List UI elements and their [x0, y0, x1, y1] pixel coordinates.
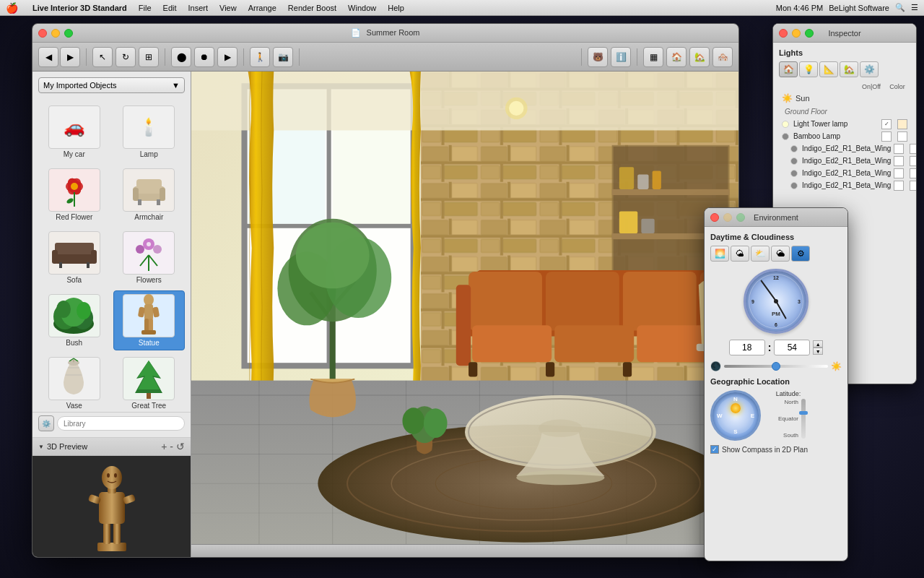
env-btn-overcast[interactable]: 🌥 — [771, 246, 790, 262]
inspector-lights-btn-3[interactable]: 📐 — [819, 61, 838, 77]
inspector-close-btn[interactable] — [779, 29, 788, 38]
preview-zoom-out-btn[interactable]: - — [170, 441, 173, 452]
apple-menu[interactable]: 🍎 — [6, 2, 18, 14]
toolbar-house-btn[interactable]: 🏘️ — [712, 47, 733, 67]
object-thumb-lamp: 🕯️ — [123, 105, 175, 149]
menu-window[interactable]: Window — [348, 4, 376, 12]
inspector-max-btn[interactable] — [805, 29, 814, 38]
window-close-button[interactable] — [38, 29, 47, 38]
toolbar-record-btn[interactable]: ⏺ — [194, 47, 214, 67]
toolbar-play-btn[interactable]: ▶ — [217, 47, 237, 67]
svg-point-53 — [107, 473, 110, 478]
object-item-vase[interactable]: Vase — [38, 353, 110, 412]
toolbar-render-btn[interactable]: 🏡 — [689, 47, 710, 67]
window-minimize-button[interactable] — [51, 29, 60, 38]
light-6-color[interactable] — [910, 181, 916, 191]
toolbar-circle-btn[interactable]: ⬤ — [171, 47, 191, 67]
light-4-color[interactable] — [910, 156, 916, 166]
light-4-onoff[interactable] — [894, 156, 904, 166]
light-3-color[interactable] — [910, 144, 916, 154]
object-thumb-statue — [123, 294, 175, 337]
room-scene — [191, 72, 738, 557]
object-item-statue[interactable]: Statue — [113, 290, 186, 350]
light-item-2[interactable]: Bamboo Lamp — [779, 131, 881, 142]
object-item-flowers[interactable]: Flowers — [113, 228, 186, 288]
env-min-btn[interactable] — [723, 213, 732, 222]
toolbar-3d-btn[interactable]: 🏠 — [666, 47, 687, 67]
svg-point-31 — [77, 302, 91, 319]
preview-zoom-in-btn[interactable]: + — [161, 441, 167, 452]
light-item-5[interactable]: Indigo_Ed2_R1_Beta_Wing — [788, 168, 894, 178]
object-label-great-tree: Great Tree — [131, 402, 166, 410]
toolbar-back-btn[interactable]: ◀ — [38, 47, 58, 67]
menu-edit[interactable]: Edit — [163, 4, 177, 12]
env-btn-sunrise[interactable]: 🌅 — [710, 246, 729, 262]
toolbar-rotate-btn[interactable]: ↻ — [116, 47, 136, 67]
light-item-3[interactable]: Indigo_Ed2_R1_Beta_Wing — [788, 143, 894, 154]
light-1-color[interactable] — [897, 119, 907, 129]
show-compass-checkbox[interactable]: ✓ — [710, 445, 719, 454]
object-item-my-car[interactable]: 🚗 My car — [38, 102, 110, 162]
inspector-lights-btn-4[interactable]: 🏡 — [840, 61, 858, 77]
toolbar-camera-btn[interactable]: 📷 — [273, 47, 293, 67]
menu-extras-icon[interactable]: ☰ — [911, 3, 918, 12]
light-3-onoff[interactable] — [894, 144, 904, 154]
object-item-great-tree[interactable]: Great Tree — [113, 353, 186, 412]
object-item-lamp[interactable]: 🕯️ Lamp — [113, 102, 186, 162]
toolbar-select-btn[interactable]: ↖ — [92, 47, 113, 67]
menu-search-icon[interactable]: 🔍 — [895, 3, 905, 12]
inspector-lights-btn-2[interactable]: 💡 — [799, 61, 818, 77]
light-5-onoff[interactable] — [894, 168, 904, 178]
inspector-min-btn[interactable] — [792, 29, 801, 38]
light-5-color[interactable] — [910, 168, 916, 178]
time-step-down-btn[interactable]: ▼ — [813, 348, 823, 355]
compass-face[interactable]: N S E W — [710, 390, 761, 441]
sun-item[interactable]: ☀️ Sun — [779, 92, 910, 105]
menu-arrange[interactable]: Arrange — [248, 4, 276, 12]
inspector-lights-btn-5[interactable]: ⚙️ — [860, 61, 879, 77]
env-close-btn[interactable] — [710, 213, 719, 222]
light-item-1[interactable]: Light Tower lamp — [779, 118, 881, 129]
menu-render-boost[interactable]: Render Boost — [288, 4, 336, 12]
object-item-sofa[interactable]: Sofa — [38, 228, 110, 288]
menu-insert[interactable]: Insert — [188, 4, 209, 12]
sidebar-settings-btn[interactable]: ⚙️ — [38, 415, 54, 431]
object-item-red-flower[interactable]: Red Flower — [38, 165, 110, 225]
menu-help[interactable]: Help — [388, 4, 404, 12]
time-step-up-btn[interactable]: ▲ — [813, 340, 823, 348]
light-2-color[interactable] — [897, 131, 907, 142]
time-minute-input[interactable] — [774, 340, 810, 355]
inspector-lights-btn-1[interactable]: 🏠 — [779, 61, 798, 77]
env-btn-settings[interactable]: ⚙ — [791, 246, 810, 262]
latitude-slider-track[interactable] — [801, 399, 806, 439]
env-max-btn[interactable] — [736, 213, 745, 222]
toolbar-figure-btn[interactable]: 🚶 — [250, 47, 270, 67]
env-btn-partcloud[interactable]: 🌤 — [731, 246, 749, 262]
light-item-4[interactable]: Indigo_Ed2_R1_Beta_Wing — [788, 155, 894, 166]
menu-view[interactable]: View — [219, 4, 237, 12]
toolbar-2d-btn[interactable]: ▦ — [643, 47, 663, 67]
svg-rect-110 — [546, 272, 619, 330]
toolbar-grid-btn[interactable]: ⊞ — [139, 47, 159, 67]
light-1-onoff[interactable]: ✓ — [881, 119, 892, 129]
preview-reset-btn[interactable]: ↺ — [176, 441, 185, 452]
toolbar-info-btn[interactable]: ℹ️ — [611, 47, 631, 67]
objects-dropdown[interactable]: My Imported Objects ▼ — [38, 77, 185, 93]
light-6-onoff[interactable] — [894, 181, 904, 191]
app-name[interactable]: Live Interior 3D Standard — [32, 4, 127, 12]
svg-rect-117 — [456, 285, 471, 366]
brightness-slider[interactable] — [724, 365, 828, 368]
menu-file[interactable]: File — [139, 4, 152, 12]
object-item-bush[interactable]: Bush — [38, 290, 110, 350]
sidebar-search-input[interactable] — [57, 416, 185, 431]
env-btn-cloud[interactable]: ⛅ — [751, 246, 770, 262]
light-2-onoff[interactable] — [881, 131, 892, 142]
svg-rect-9 — [133, 188, 139, 201]
time-hour-input[interactable] — [729, 340, 765, 355]
window-maximize-button[interactable] — [64, 29, 73, 38]
3d-preview-header[interactable]: ▼ 3D Preview + - ↺ — [32, 438, 191, 456]
toolbar-forward-btn[interactable]: ▶ — [60, 47, 80, 67]
toolbar-bear-btn[interactable]: 🐻 — [588, 47, 608, 67]
light-item-6[interactable]: Indigo_Ed2_R1_Beta_Wing — [788, 180, 894, 191]
object-item-armchair[interactable]: Armchair — [113, 165, 186, 225]
